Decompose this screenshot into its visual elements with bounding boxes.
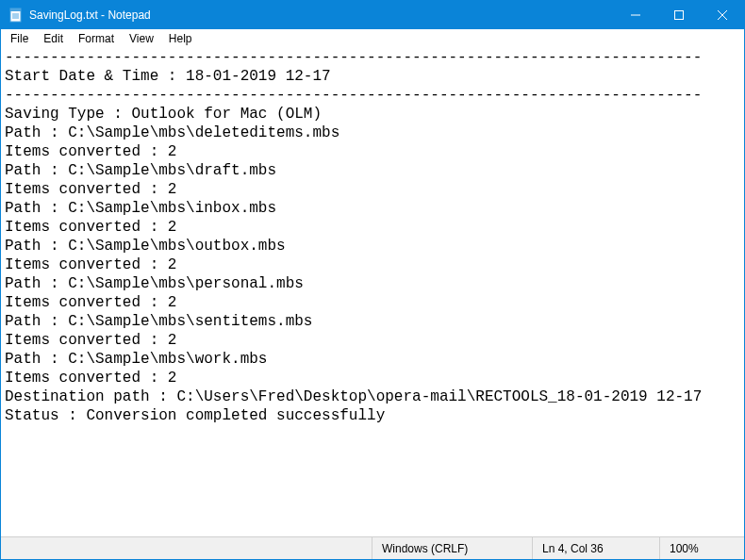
- minimize-button[interactable]: [614, 1, 657, 29]
- status-position: Ln 4, Col 36: [532, 537, 659, 559]
- menu-edit[interactable]: Edit: [36, 30, 71, 47]
- window-title: SavingLog.txt - Notepad: [29, 8, 151, 22]
- notepad-window: SavingLog.txt - Notepad File Edit Format…: [0, 0, 745, 560]
- menu-format[interactable]: Format: [71, 30, 122, 47]
- status-encoding: Windows (CRLF): [372, 537, 532, 559]
- status-empty: [1, 537, 372, 559]
- status-zoom: 100%: [659, 537, 744, 559]
- menu-view[interactable]: View: [122, 30, 161, 47]
- close-button[interactable]: [701, 1, 744, 29]
- menu-file[interactable]: File: [3, 30, 36, 47]
- menubar: File Edit Format View Help: [1, 29, 744, 48]
- svg-rect-6: [675, 11, 684, 20]
- menu-help[interactable]: Help: [161, 30, 200, 47]
- svg-rect-1: [10, 8, 21, 11]
- app-icon: [8, 8, 24, 23]
- titlebar: SavingLog.txt - Notepad: [1, 1, 744, 29]
- statusbar: Windows (CRLF) Ln 4, Col 36 100%: [1, 536, 744, 559]
- text-content[interactable]: ----------------------------------------…: [5, 48, 740, 425]
- maximize-button[interactable]: [657, 1, 701, 29]
- text-area[interactable]: ----------------------------------------…: [1, 48, 744, 536]
